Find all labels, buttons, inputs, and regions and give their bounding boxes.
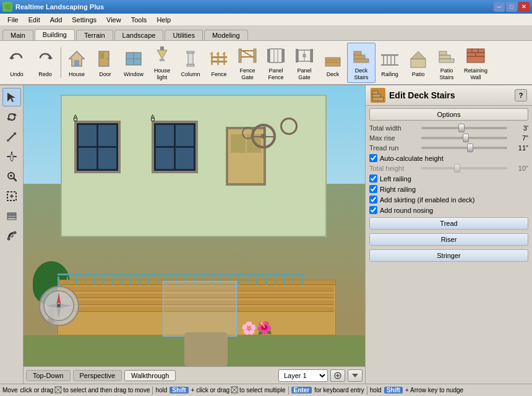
close-button[interactable]: ✕ (518, 2, 530, 12)
add-nosing-label: Add round nosing (380, 207, 433, 214)
wall-decor-small (242, 127, 254, 139)
pan-tool[interactable] (2, 147, 21, 166)
undo-button[interactable]: Undo (2, 43, 31, 83)
svg-marker-89 (352, 374, 358, 377)
fence-tool-button[interactable]: Fence (205, 43, 233, 83)
menu-view[interactable]: View (101, 15, 126, 25)
tab-main[interactable]: Main (2, 30, 33, 40)
layer-expand-button[interactable] (348, 369, 363, 382)
patiostairs-tool-button[interactable]: PatioStairs (432, 43, 461, 83)
house-icon (66, 48, 88, 70)
max-rise-label: Max rise (369, 134, 419, 142)
zoom-tool[interactable] (2, 167, 21, 186)
stairs-selection (163, 281, 237, 337)
options-button[interactable]: Options (369, 108, 528, 121)
status-text5: for keyboard entry (314, 387, 364, 394)
window-controls: ─ □ ✕ (494, 2, 530, 12)
tread-run-thumb[interactable] (467, 144, 473, 152)
svg-rect-3 (74, 60, 79, 66)
column-tool-button[interactable]: Column (176, 43, 205, 83)
layer-dropdown[interactable]: Layer 1 (278, 369, 328, 382)
svg-rect-90 (372, 97, 384, 101)
menu-edit[interactable]: Edit (24, 15, 45, 25)
view-perspective[interactable]: Perspective (73, 370, 122, 381)
houselight-tool-button[interactable]: Houselight (148, 43, 176, 83)
deck-tool-button[interactable]: Deck (319, 43, 347, 83)
right-railing-checkbox[interactable] (369, 185, 377, 193)
svg-point-79 (11, 235, 13, 237)
menu-add[interactable]: Add (45, 15, 67, 25)
toolbar: Undo Redo House Door Window Houselight (0, 41, 532, 85)
view-walkthrough[interactable]: Walkthrough (124, 370, 176, 381)
railing-tool-button[interactable]: Railing (375, 43, 404, 83)
fencegate-tool-button[interactable]: FenceGate (233, 43, 262, 83)
menu-tools[interactable]: Tools (126, 15, 152, 25)
patio-icon (407, 48, 429, 70)
maximize-button[interactable]: □ (506, 2, 517, 12)
light-fixture-left: 🕯 (71, 113, 80, 123)
svg-line-68 (14, 178, 16, 181)
minimize-button[interactable]: ─ (494, 2, 505, 12)
house-tool-button[interactable]: House (62, 43, 91, 83)
panelgate-tool-button[interactable]: PanelGate (290, 43, 319, 83)
tab-landscape[interactable]: Landscape (114, 30, 164, 40)
redo-button[interactable]: Redo (31, 43, 59, 83)
window-tool-button[interactable]: Window (119, 43, 148, 83)
total-width-slider[interactable] (421, 127, 507, 129)
snap-tool[interactable] (2, 226, 21, 245)
house-body: 🕯 🕯 (61, 95, 327, 237)
deckstairs-tool-button[interactable]: DeckStairs (347, 43, 375, 83)
menu-file[interactable]: File (2, 15, 24, 25)
total-height-thumb (454, 164, 460, 173)
status-text6: hold (370, 387, 382, 394)
help-button[interactable]: ? (515, 89, 527, 101)
svg-rect-57 (476, 53, 484, 56)
view-topdown[interactable]: Top-Down (26, 370, 71, 381)
tab-utilities[interactable]: Utilities (165, 30, 202, 40)
tab-building[interactable]: Building (35, 29, 75, 40)
svg-rect-18 (216, 51, 220, 55)
menubar: File Edit Add Settings View Tools Help (0, 14, 532, 26)
tread-button[interactable]: Tread (369, 217, 528, 230)
3d-viewport[interactable]: 🕯 🕯 (24, 85, 365, 366)
zoombox-tool[interactable] (2, 187, 21, 205)
add-nosing-checkbox[interactable] (369, 206, 377, 214)
svg-rect-5 (100, 53, 104, 59)
patio-tool-button[interactable]: Patio (404, 43, 432, 83)
max-rise-thumb[interactable] (463, 134, 469, 142)
window-icon (122, 48, 145, 70)
select-tool[interactable] (2, 88, 21, 106)
left-railing-label: Left railing (380, 175, 411, 183)
left-railing-checkbox[interactable] (369, 174, 377, 183)
svg-rect-54 (439, 51, 447, 55)
status-action: Move (2, 387, 17, 394)
stringer-button[interactable]: Stringer (369, 249, 528, 262)
tab-terrain[interactable]: Terrain (76, 30, 113, 40)
railing-front (58, 273, 303, 281)
svg-rect-55 (467, 56, 484, 62)
svg-rect-23 (239, 49, 241, 62)
layer-settings-button[interactable] (330, 369, 345, 382)
retainingwall-tool-button[interactable]: RetainingWall (461, 43, 491, 83)
riser-button[interactable]: Riser (369, 233, 528, 246)
layers-tool[interactable] (2, 207, 21, 225)
canvas-area[interactable]: 🕯 🕯 (24, 85, 365, 384)
add-skirting-label: Add skirting (if enabled in deck) (380, 196, 474, 204)
total-width-thumb[interactable] (458, 124, 465, 132)
menu-help[interactable]: Help (152, 15, 176, 25)
tab-modeling[interactable]: Modeling (204, 30, 248, 40)
menu-settings[interactable]: Settings (67, 15, 101, 25)
rotate-tool[interactable] (2, 108, 21, 126)
door-tool-button[interactable]: Door (91, 43, 119, 83)
tread-run-slider[interactable] (421, 147, 507, 149)
max-rise-slider[interactable] (421, 137, 507, 139)
add-skirting-checkbox[interactable] (369, 196, 377, 204)
panelfence-tool-button[interactable]: PanelFence (262, 43, 290, 83)
svg-rect-74 (7, 213, 16, 215)
auto-calc-checkbox[interactable] (369, 154, 377, 162)
right-panel: Edit Deck Stairs ? Options Total width 3… (365, 85, 532, 384)
svg-rect-16 (210, 51, 213, 55)
window-right (152, 121, 198, 173)
edit-points-tool[interactable] (2, 127, 21, 146)
svg-marker-51 (411, 51, 426, 59)
